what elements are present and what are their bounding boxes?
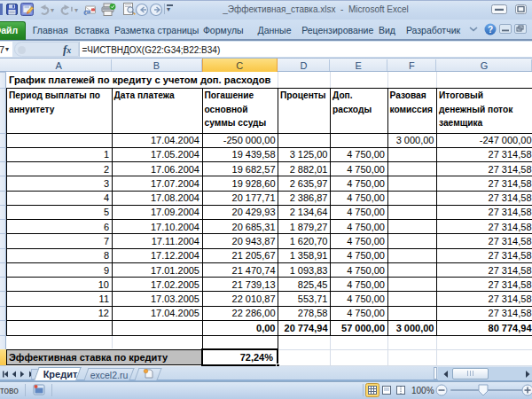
svg-text:?: ? [488,25,493,35]
